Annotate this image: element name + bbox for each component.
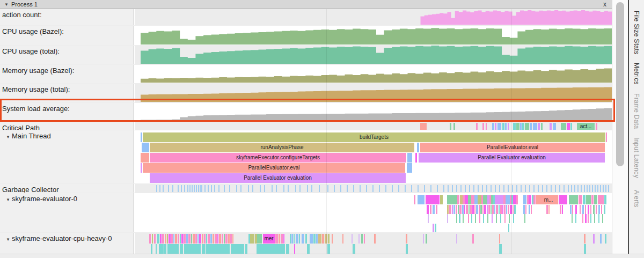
slice[interactable] — [580, 205, 581, 214]
slice[interactable] — [423, 234, 424, 244]
slice[interactable] — [184, 244, 201, 254]
track-timeline-action-count[interactable] — [135, 9, 612, 25]
gc-event-tick[interactable] — [283, 185, 284, 192]
gc-event-tick[interactable] — [608, 185, 609, 192]
slice[interactable] — [435, 224, 436, 233]
slice[interactable] — [191, 234, 192, 244]
slice[interactable] — [173, 234, 174, 244]
slice[interactable] — [358, 234, 360, 244]
track-timeline-critical-path[interactable]: act... — [135, 122, 612, 130]
gc-event-tick[interactable] — [184, 185, 185, 192]
slice[interactable] — [217, 234, 218, 244]
slice[interactable] — [546, 205, 548, 214]
slice[interactable] — [184, 234, 186, 244]
slice[interactable] — [604, 195, 606, 204]
slice[interactable] — [202, 234, 203, 244]
gc-event-tick[interactable] — [307, 185, 308, 192]
slice-act-[interactable]: act... — [577, 123, 595, 130]
horizontal-scrollbar[interactable] — [0, 254, 644, 258]
gc-event-tick[interactable] — [546, 185, 547, 192]
slice[interactable] — [447, 214, 448, 223]
slice[interactable] — [433, 205, 435, 214]
slice[interactable] — [332, 234, 333, 244]
slice[interactable] — [516, 123, 519, 130]
slice[interactable] — [456, 214, 457, 223]
slice[interactable] — [553, 123, 556, 130]
gc-event-tick[interactable] — [218, 185, 219, 192]
slice[interactable] — [245, 244, 247, 254]
slice[interactable] — [279, 234, 280, 244]
gc-event-tick[interactable] — [568, 185, 569, 192]
slice[interactable] — [575, 205, 577, 214]
slice[interactable] — [459, 205, 462, 214]
gc-event-tick[interactable] — [385, 185, 386, 192]
gc-event-tick[interactable] — [512, 185, 513, 192]
slice[interactable] — [364, 234, 365, 244]
slice[interactable] — [541, 123, 543, 130]
gc-event-tick[interactable] — [495, 185, 496, 192]
slice[interactable] — [296, 234, 298, 244]
track-timeline-mem-total[interactable] — [135, 84, 612, 102]
slice[interactable] — [430, 205, 431, 214]
slice-parallelevaluator-eval[interactable]: ParallelEvaluator.eval — [420, 143, 605, 152]
gc-event-tick[interactable] — [460, 185, 462, 192]
slice[interactable] — [522, 123, 524, 130]
slice[interactable] — [213, 234, 214, 244]
slice[interactable] — [598, 214, 599, 223]
gc-event-tick[interactable] — [465, 185, 466, 192]
slice[interactable] — [523, 205, 525, 214]
gc-event-tick[interactable] — [430, 185, 431, 192]
slice[interactable] — [584, 234, 586, 244]
slice[interactable] — [575, 214, 576, 223]
slice[interactable] — [407, 163, 412, 173]
gc-event-tick[interactable] — [555, 185, 556, 192]
gc-event-tick[interactable] — [542, 185, 543, 192]
gc-event-tick[interactable] — [478, 185, 479, 192]
gc-event-tick[interactable] — [196, 185, 197, 192]
slice[interactable] — [452, 205, 453, 214]
slice[interactable] — [500, 214, 501, 223]
gc-event-tick[interactable] — [204, 185, 206, 192]
slice[interactable] — [225, 234, 228, 244]
slice[interactable] — [483, 214, 484, 223]
gc-event-tick[interactable] — [192, 185, 193, 192]
gc-event-tick[interactable] — [311, 185, 312, 192]
slice[interactable] — [313, 234, 316, 244]
slice[interactable] — [450, 123, 451, 130]
gc-event-tick[interactable] — [208, 185, 209, 192]
slice[interactable] — [538, 123, 540, 130]
gc-event-tick[interactable] — [236, 185, 237, 192]
slice[interactable] — [294, 234, 295, 244]
gc-event-tick[interactable] — [491, 185, 492, 192]
slice[interactable] — [286, 244, 289, 254]
gc-event-tick[interactable] — [486, 185, 487, 192]
vertical-scrollbar[interactable] — [612, 0, 628, 254]
slice[interactable] — [582, 205, 584, 214]
gc-event-tick[interactable] — [589, 185, 590, 192]
slice[interactable] — [328, 234, 330, 244]
slice[interactable] — [533, 195, 536, 204]
gc-event-tick[interactable] — [443, 185, 444, 192]
gc-event-tick[interactable] — [187, 185, 188, 192]
gc-event-tick[interactable] — [260, 185, 261, 192]
slice[interactable] — [415, 153, 417, 163]
slice[interactable] — [406, 234, 407, 244]
slice[interactable] — [307, 244, 310, 254]
slice[interactable] — [478, 195, 481, 204]
slice[interactable] — [426, 234, 427, 244]
slice[interactable] — [593, 205, 595, 214]
slice[interactable] — [487, 205, 488, 214]
gc-event-tick[interactable] — [551, 185, 552, 192]
slice[interactable] — [562, 205, 563, 214]
slice[interactable] — [560, 205, 561, 214]
slice[interactable] — [504, 205, 506, 214]
slice[interactable] — [582, 214, 583, 223]
slice[interactable] — [569, 195, 578, 204]
slice[interactable] — [142, 143, 149, 152]
slice[interactable] — [570, 205, 572, 214]
slice[interactable] — [195, 234, 197, 244]
gc-event-tick[interactable] — [533, 185, 535, 192]
slice-parallelevaluator-eval[interactable]: ParallelEvaluator.eval — [143, 163, 405, 173]
slice[interactable] — [407, 153, 412, 163]
gc-event-tick[interactable] — [392, 185, 393, 192]
